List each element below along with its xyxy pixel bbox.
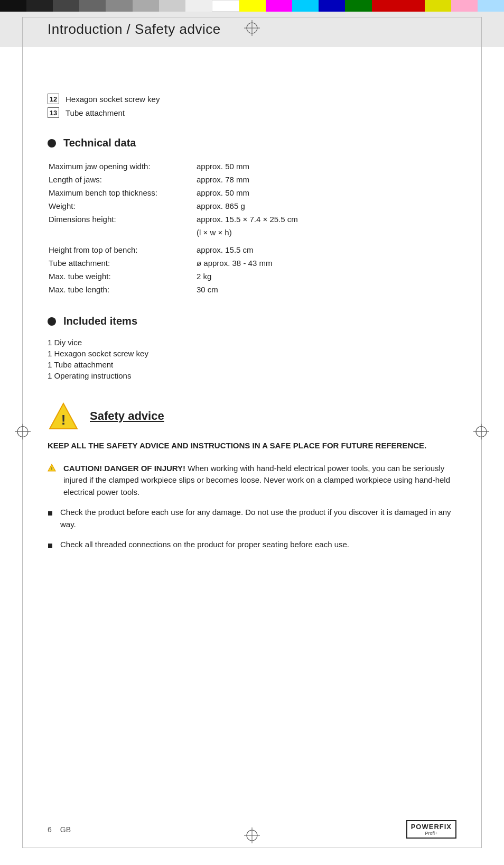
section-bullet-icon xyxy=(48,139,56,148)
tech-label: Max. tube length: xyxy=(48,283,195,296)
tech-value: 2 kg xyxy=(195,270,456,283)
svg-rect-14 xyxy=(48,544,52,548)
tech-value: approx. 15.5 cm xyxy=(195,239,456,256)
crosshair-right xyxy=(473,424,489,441)
brand-name: POWERFIX xyxy=(411,823,452,831)
tech-label: Dimensions height: xyxy=(48,213,195,226)
square-bullet-icon xyxy=(48,508,53,530)
warning-small-icon: ! xyxy=(48,464,56,499)
crosshair-left xyxy=(15,424,31,441)
safety-bullet-text: Check all threaded connections on the pr… xyxy=(60,539,349,552)
list-item: Check the product before each use for an… xyxy=(48,507,456,530)
technical-data-section: Technical data Maximum jaw opening width… xyxy=(48,137,456,296)
page-content: 12 Hexagon socket screw key 13 Tube atta… xyxy=(0,62,504,592)
list-item: 1 Hexagon socket screw key xyxy=(48,349,456,358)
item-number-13: 13 xyxy=(48,107,59,118)
table-row: Maximum jaw opening width: approx. 50 mm xyxy=(48,160,456,173)
safety-bullets-list: ! CAUTION! DANGER OF INJURY! When workin… xyxy=(48,463,456,552)
tech-label: Maximum jaw opening width: xyxy=(48,160,195,173)
list-item: ! CAUTION! DANGER OF INJURY! When workin… xyxy=(48,463,456,499)
table-row: Weight: approx. 865 g xyxy=(48,199,456,213)
included-items-title: Included items xyxy=(63,315,137,327)
safety-bullet-text: CAUTION! DANGER OF INJURY! When working … xyxy=(63,463,456,499)
included-items-section: Included items 1 Diy vice 1 Hexagon sock… xyxy=(48,315,456,380)
table-row: Height from top of bench: approx. 15.5 c… xyxy=(48,239,456,256)
tech-value: approx. 865 g xyxy=(195,199,456,213)
tech-label: Maximum bench top thickness: xyxy=(48,186,195,199)
tech-value: approx. 50 mm xyxy=(195,186,456,199)
table-row: Dimensions height: approx. 15.5 × 7.4 × … xyxy=(48,213,456,226)
list-item: 12 Hexagon socket screw key xyxy=(48,94,456,104)
table-row: Length of jaws: approx. 78 mm xyxy=(48,173,456,186)
language-code: GB xyxy=(60,825,71,834)
tech-label: Height from top of bench: xyxy=(48,239,195,256)
list-item: 1 Operating instructions xyxy=(48,371,456,380)
tech-label: Length of jaws: xyxy=(48,173,195,186)
tech-label-empty xyxy=(48,226,195,239)
section-bullet-icon xyxy=(48,317,56,326)
table-row: Maximum bench top thickness: approx. 50 … xyxy=(48,186,456,199)
tech-value: approx. 50 mm xyxy=(195,160,456,173)
item-label-12: Hexagon socket screw key xyxy=(66,95,160,104)
table-row: Max. tube weight: 2 kg xyxy=(48,270,456,283)
tech-value: 30 cm xyxy=(195,283,456,296)
safety-keep-text: KEEP ALL THE SAFETY ADVICE AND INSTRUCTI… xyxy=(48,440,456,452)
technical-data-title: Technical data xyxy=(63,137,136,149)
tech-label: Max. tube weight: xyxy=(48,270,195,283)
tech-value-sub: (l × w × h) xyxy=(195,226,456,239)
brand-sub: Profi+ xyxy=(425,831,437,836)
brand-logo: POWERFIX Profi+ xyxy=(406,820,456,839)
tech-value: approx. 78 mm xyxy=(195,173,456,186)
page-num: 6 xyxy=(48,825,52,834)
item-label-13: Tube attachment xyxy=(66,108,125,117)
crosshair-top xyxy=(244,20,260,38)
svg-text:!: ! xyxy=(51,466,53,471)
square-bullet-icon xyxy=(48,540,53,552)
list-item: Check all threaded connections on the pr… xyxy=(48,539,456,552)
tech-value: approx. 15.5 × 7.4 × 25.5 cm xyxy=(195,213,456,226)
safety-heading: ! Safety advice xyxy=(48,401,456,430)
tech-value: ø approx. 38 - 43 mm xyxy=(195,256,456,270)
table-row: Tube attachment: ø approx. 38 - 43 mm xyxy=(48,256,456,270)
warning-triangle-icon: ! xyxy=(48,401,79,430)
item-number-12: 12 xyxy=(48,94,59,104)
tech-label: Weight: xyxy=(48,199,195,213)
numbered-items-list: 12 Hexagon socket screw key 13 Tube atta… xyxy=(48,94,456,118)
safety-title: Safety advice xyxy=(90,409,164,423)
list-item: 1 Diy vice xyxy=(48,338,456,347)
crosshair-bottom xyxy=(244,827,260,845)
list-item: 13 Tube attachment xyxy=(48,107,456,118)
svg-rect-13 xyxy=(48,511,52,516)
color-bar-top xyxy=(0,0,504,12)
safety-bullet-text: Check the product before each use for an… xyxy=(60,507,456,530)
list-item: 1 Tube attachment xyxy=(48,360,456,369)
caution-label: CAUTION! DANGER OF INJURY! xyxy=(63,464,185,473)
table-row: (l × w × h) xyxy=(48,226,456,239)
table-row: Max. tube length: 30 cm xyxy=(48,283,456,296)
tech-label: Tube attachment: xyxy=(48,256,195,270)
svg-text:!: ! xyxy=(61,412,66,428)
technical-data-heading: Technical data xyxy=(48,137,456,149)
safety-section: ! Safety advice KEEP ALL THE SAFETY ADVI… xyxy=(48,401,456,552)
technical-data-table: Maximum jaw opening width: approx. 50 mm… xyxy=(48,160,456,296)
page-number: 6 GB xyxy=(48,825,71,834)
included-items-heading: Included items xyxy=(48,315,456,327)
